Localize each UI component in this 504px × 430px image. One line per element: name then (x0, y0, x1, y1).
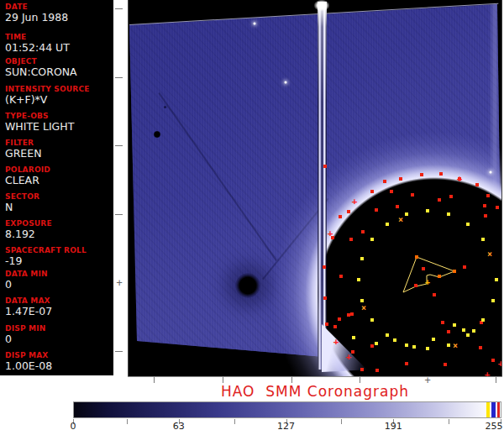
red-marker-dot (439, 172, 443, 176)
metadata-field-disp-max: DISP MAX1.00E-08 (5, 351, 52, 372)
red-plus-marker: + (457, 174, 463, 183)
field-value: 1.47E-07 (5, 306, 52, 317)
red-marker-dot (405, 362, 408, 365)
field-value: WHITE LIGHT (5, 121, 74, 133)
yellow-marker-dot (360, 299, 364, 302)
red-marker-dot (496, 206, 499, 209)
red-marker-dot (323, 296, 327, 300)
yellow-marker-dot (466, 333, 470, 337)
left-axis-tick (115, 145, 123, 146)
yellow-marker-dot (481, 238, 485, 241)
smm-coronagraph-viewer: DATE29 Jun 1988TIME01:52:44 UTOBJECTSUN:… (0, 0, 504, 430)
metadata-field-time: TIME01:52:44 UT (5, 33, 70, 54)
red-marker-dot (375, 369, 379, 372)
red-plus-marker: + (485, 370, 491, 377)
yellow-marker-dot (360, 257, 364, 260)
red-marker-dot (479, 346, 482, 349)
yellow-marker-dot (412, 345, 416, 349)
field-value: -19 (5, 255, 87, 267)
orange-plus-marker: + (425, 278, 430, 286)
frame-bottom-border (128, 376, 502, 377)
red-marker-dot (383, 180, 386, 183)
page-title: HAO SMM Coronagraph (128, 383, 502, 400)
yellow-marker-dot (386, 223, 389, 226)
metadata-field-data-max: DATA MAX1.47E-07 (5, 296, 52, 317)
left-axis-tick (115, 8, 123, 9)
red-marker-dot (483, 204, 486, 207)
star-speck (490, 171, 492, 174)
red-marker-dot (370, 344, 374, 348)
yellow-marker-dot (466, 223, 470, 226)
colorbar-tick-label: 63 (173, 421, 185, 430)
red-marker-dot (433, 293, 436, 296)
field-label: DISP MIN (5, 324, 45, 333)
colorbar-tick-label: 255 (486, 421, 503, 430)
colorbar-tick-label: 127 (277, 421, 295, 430)
red-marker-dot (449, 195, 453, 198)
metadata-field-filter: FILTERGREEN (5, 139, 42, 160)
bottom-axis-tick (496, 377, 496, 383)
field-label: DATA MAX (5, 296, 52, 305)
bottom-axis-tick (154, 377, 155, 383)
red-marker-dot (350, 312, 354, 316)
field-label: DATE (5, 3, 68, 11)
red-marker-dot (463, 265, 466, 269)
red-marker-dot (325, 322, 328, 326)
metadata-field-polaroid: POLAROIDCLEAR (5, 165, 50, 186)
red-marker-dot (349, 238, 353, 241)
red-marker-dot (420, 173, 423, 176)
field-value: 0 (5, 279, 48, 291)
colorbar-tick-label: 191 (385, 421, 402, 430)
field-label: FILTER (5, 139, 42, 147)
red-plus-marker: + (346, 352, 352, 361)
yellow-marker-dot (462, 328, 465, 332)
yellow-marker-dot (447, 343, 450, 347)
field-value: N (5, 202, 39, 213)
frame-left-border (128, 0, 129, 377)
star-speck (254, 23, 256, 25)
field-label: TYPE-OBS (5, 112, 74, 120)
field-value: 8.192 (5, 228, 52, 240)
frame-right-border (501, 0, 502, 377)
yellow-marker-dot (453, 323, 456, 327)
star-speck (285, 81, 287, 84)
red-marker-dot (484, 214, 487, 218)
intensity-colorbar (73, 401, 501, 418)
red-marker-dot (338, 317, 341, 321)
yellow-marker-dot (432, 338, 435, 341)
metadata-field-sector: SECTORN (5, 192, 39, 213)
yellow-marker-dot (495, 278, 498, 281)
yellow-marker-dot (357, 278, 360, 281)
metadata-panel: DATE29 Jun 1988TIME01:52:44 UTOBJECTSUN:… (0, 0, 113, 375)
red-marker-dot (333, 325, 337, 328)
orange-x-marker: × (487, 250, 492, 259)
yellow-marker-dot (393, 338, 396, 342)
red-marker-dot (486, 194, 490, 197)
yellow-marker-dot (491, 299, 495, 302)
field-label: DISP MAX (5, 351, 52, 359)
red-marker-dot (491, 359, 495, 362)
red-marker-dot (347, 210, 350, 213)
red-marker-dot (375, 208, 378, 212)
yellow-marker-dot (426, 347, 429, 350)
orange-marker-dot (415, 255, 418, 259)
metadata-field-exposure: EXPOSURE8.192 (5, 219, 52, 240)
metadata-field-intensity-source: INTENSITY SOURCE(K+F)*V (5, 85, 90, 106)
red-marker-dot (339, 215, 342, 218)
field-value: 29 Jun 1988 (5, 12, 68, 24)
orange-marker-dot (453, 270, 456, 273)
yellow-marker-dot (426, 209, 429, 212)
left-axis-tick (115, 77, 123, 78)
yellow-marker-dot (386, 333, 389, 337)
feature-polygon (403, 257, 454, 292)
yellow-marker-dot (405, 343, 408, 347)
red-plus-marker: + (328, 228, 333, 238)
field-value: SUN:CORONA (5, 66, 77, 78)
metadata-field-spacecraft-roll: SPACECRAFT ROLL-19 (5, 246, 87, 267)
red-marker-dot (399, 177, 402, 181)
yellow-marker-dot (405, 212, 408, 216)
metadata-field-data-min: DATA MIN0 (5, 270, 48, 291)
metadata-field-disp-min: DISP MIN0 (5, 324, 45, 345)
left-axis-tick (115, 351, 123, 352)
field-value: 1.00E-08 (5, 360, 52, 372)
